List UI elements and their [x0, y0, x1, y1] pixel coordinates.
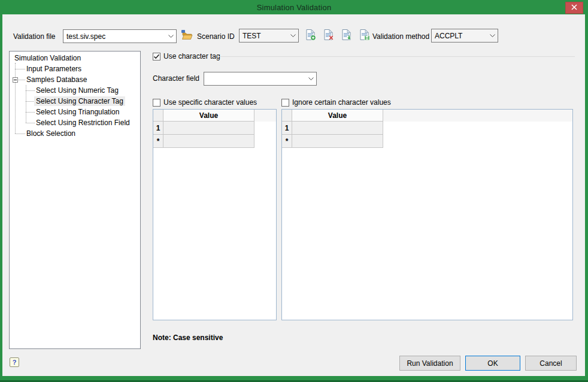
window-title: Simulation Validation — [257, 3, 332, 12]
checkbox-unchecked-icon[interactable] — [153, 99, 160, 107]
ok-button[interactable]: OK — [465, 356, 520, 371]
checkbox-checked-icon[interactable] — [153, 53, 160, 60]
table-corner-cell — [153, 110, 163, 122]
tree-item-samples-database[interactable]: Samples Database — [25, 75, 89, 84]
tree-item-select-numeric-tag[interactable]: Select Using Numeric Tag — [34, 86, 120, 95]
scenario-id-label: Scenario ID — [197, 32, 235, 41]
use-specific-values-checkbox[interactable]: Use specific character values — [153, 98, 257, 107]
tree-item-input-parameters[interactable]: Input Parameters — [25, 64, 83, 74]
help-icon: ? — [13, 359, 17, 366]
validation-file-label: Validation file — [13, 32, 56, 41]
document-save-icon — [359, 29, 370, 43]
chevron-down-icon — [165, 35, 176, 38]
document-import-icon — [341, 29, 352, 43]
chevron-down-icon — [487, 34, 498, 37]
table-value-cell[interactable] — [292, 122, 383, 135]
tree-item-select-triangulation[interactable]: Select Using Triangulation — [34, 107, 121, 117]
ignore-values-table: Value 1 * — [281, 109, 573, 320]
delete-scenario-button[interactable] — [322, 29, 335, 42]
run-validation-button[interactable]: Run Validation — [399, 356, 460, 371]
character-field-combobox[interactable] — [204, 72, 317, 86]
scenario-id-combobox[interactable]: TEST — [239, 29, 299, 43]
case-sensitive-note: Note: Case sensitive — [153, 334, 223, 342]
tree-item-block-selection[interactable]: Block Selection — [25, 129, 77, 138]
scenario-id-value: TEST — [240, 30, 287, 42]
table-column-header[interactable]: Value — [163, 110, 254, 122]
specific-values-table: Value 1 * — [153, 109, 277, 320]
tree-item-select-character-tag[interactable]: Select Using Character Tag — [34, 96, 125, 106]
validation-method-label: Validation method — [372, 32, 429, 41]
dialog-content: Validation file test.siv.spec Scenario I… — [2, 14, 585, 376]
table-value-cell[interactable] — [163, 122, 254, 135]
table-column-header[interactable]: Value — [292, 110, 383, 122]
group-divider — [219, 56, 575, 57]
title-bar[interactable]: Simulation Validation — [0, 0, 588, 14]
document-delete-icon — [323, 29, 334, 43]
navigation-tree: Simulation Validation Input Parameters S… — [9, 51, 141, 349]
document-add-icon — [305, 29, 316, 43]
validation-file-combobox[interactable]: test.siv.spec — [63, 29, 177, 43]
character-field-label: Character field — [153, 74, 199, 83]
help-button[interactable]: ? — [10, 357, 19, 367]
table-corner-cell — [282, 110, 292, 122]
checkbox-unchecked-icon[interactable] — [281, 99, 289, 107]
ignore-values-label[interactable]: Ignore certain character values — [292, 98, 391, 107]
open-folder-icon — [181, 29, 193, 42]
table-row-header[interactable]: * — [282, 135, 292, 148]
ignore-values-checkbox[interactable]: Ignore certain character values — [281, 98, 391, 107]
table-row-header[interactable]: * — [153, 135, 163, 148]
chevron-down-icon — [305, 77, 316, 80]
add-scenario-button[interactable] — [304, 29, 317, 42]
tree-item-simulation-validation[interactable]: Simulation Validation — [13, 53, 83, 63]
table-row-header[interactable]: 1 — [153, 122, 163, 135]
close-icon — [571, 4, 577, 12]
save-scenario-button[interactable] — [358, 29, 371, 42]
cancel-button[interactable]: Cancel — [525, 356, 577, 371]
close-button[interactable] — [565, 2, 583, 14]
chevron-down-icon — [287, 34, 298, 37]
tree-item-select-restriction-field[interactable]: Select Using Restriction Field — [34, 118, 132, 128]
validation-file-value: test.siv.spec — [63, 31, 165, 43]
table-value-cell[interactable] — [163, 135, 254, 148]
validation-method-value: ACCPLT — [432, 30, 487, 42]
use-character-tag-label[interactable]: Use character tag — [163, 52, 220, 60]
table-value-cell[interactable] — [292, 135, 383, 148]
use-character-tag-checkbox[interactable]: Use character tag — [153, 52, 220, 60]
import-scenario-button[interactable] — [340, 29, 353, 42]
table-row-header[interactable]: 1 — [282, 122, 292, 135]
use-specific-values-label[interactable]: Use specific character values — [163, 98, 257, 107]
open-folder-button[interactable] — [180, 29, 193, 42]
validation-method-combobox[interactable]: ACCPLT — [431, 29, 498, 43]
